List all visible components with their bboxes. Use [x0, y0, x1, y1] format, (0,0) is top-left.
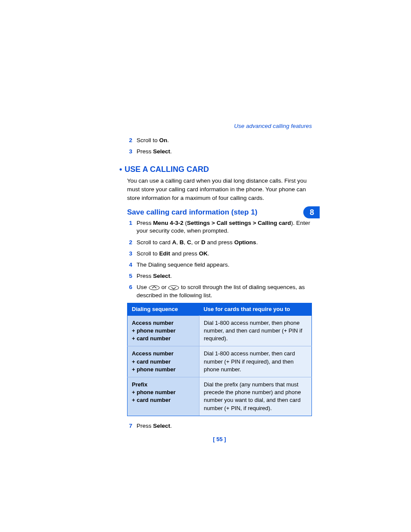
after-steps: 7 Press Select. [127, 422, 312, 430]
subsection-heading: Save calling card information (step 1) [127, 208, 312, 217]
use-cell: Dial 1-800 access number, then card numb… [199, 346, 311, 377]
step-number: 7 [127, 422, 132, 430]
table-header: Dialing sequence [128, 303, 199, 316]
step-text: The Dialing sequence field appears. [137, 261, 312, 269]
section-heading: •USE A CALLING CARD [119, 165, 312, 174]
list-item: 1Press Menu 4-3-2 (Settings > Call setti… [127, 219, 312, 235]
intro-paragraph: You can use a calling card when you dial… [127, 177, 312, 202]
chapter-tab: 8 [303, 206, 320, 218]
step-number: 3 [127, 250, 132, 258]
step-text: Press Select. [137, 422, 312, 430]
table-row: Access number+ card number+ phone number… [128, 346, 312, 377]
table-row: Access number+ phone number+ card number… [128, 315, 312, 346]
step-text: Scroll to card A, B, C, or D and press O… [137, 239, 312, 246]
step-number: 5 [127, 272, 132, 280]
dialing-sequence-cell: Access number+ card number+ phone number [128, 346, 199, 377]
page-number: [ 55 ] [127, 436, 312, 442]
step-number: 4 [127, 261, 132, 269]
step-number: 2 [127, 137, 132, 144]
step-number: 2 [127, 239, 132, 246]
table-header: Use for cards that require you to [199, 303, 311, 316]
step-text: Press Select. [137, 148, 312, 156]
use-cell: Dial 1-800 access number, then phone num… [199, 315, 311, 346]
list-item: 3Scroll to Edit and press OK. [127, 250, 312, 258]
bullet-icon: • [119, 165, 122, 174]
step-text: Scroll to Edit and press OK. [137, 250, 312, 258]
list-item: 5Press Select. [127, 272, 312, 280]
table-header-row: Dialing sequence Use for cards that requ… [128, 303, 312, 316]
step-number: 1 [127, 219, 132, 235]
step-text: Press Select. [137, 272, 312, 280]
step-text: Press Menu 4-3-2 (Settings > Call settin… [137, 219, 312, 235]
heading-text: USE A CALLING CARD [125, 165, 209, 174]
list-item: 2Scroll to card A, B, C, or D and press … [127, 239, 312, 246]
list-item: 6Use or to scroll through the list of di… [127, 283, 312, 299]
step-text: Scroll to On. [137, 137, 312, 144]
step-number: 3 [127, 148, 132, 156]
step-text: Use or to scroll through the list of dia… [137, 283, 312, 299]
dialing-sequence-cell: Access number+ phone number+ card number [128, 315, 199, 346]
steps: 1Press Menu 4-3-2 (Settings > Call setti… [127, 219, 312, 299]
header-link[interactable]: Use advanced calling features [234, 123, 312, 129]
table-row: Prefix+ phone number+ card numberDial th… [128, 377, 312, 416]
dialing-sequence-cell: Prefix+ phone number+ card number [128, 377, 199, 416]
dialing-sequence-table: Dialing sequence Use for cards that requ… [127, 303, 312, 416]
use-cell: Dial the prefix (any numbers that must p… [199, 377, 311, 416]
top-steps: 2Scroll to On.3Press Select. [127, 137, 312, 156]
list-item: 3Press Select. [127, 148, 312, 156]
content: 2Scroll to On.3Press Select. •USE A CALL… [127, 137, 312, 442]
list-item: 2Scroll to On. [127, 137, 312, 144]
list-item: 7 Press Select. [127, 422, 312, 430]
step-number: 6 [127, 283, 132, 299]
page: Use advanced calling features 8 2Scroll … [0, 0, 411, 532]
list-item: 4The Dialing sequence field appears. [127, 261, 312, 269]
